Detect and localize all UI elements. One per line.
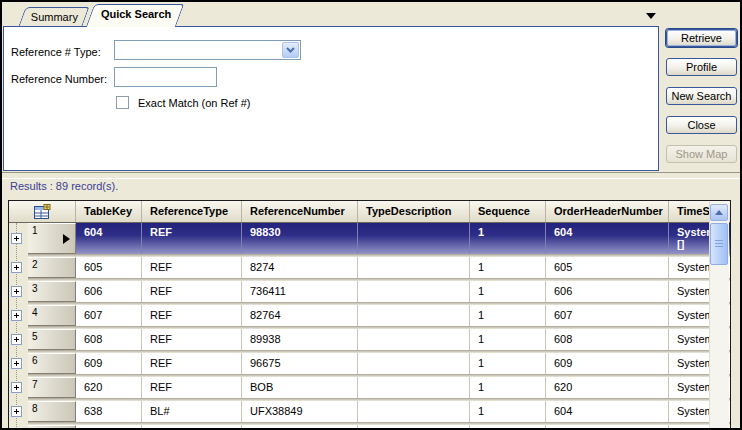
cell-sequence[interactable]: 1 — [470, 305, 546, 326]
cell-referencenumber[interactable]: 82764 — [242, 305, 358, 326]
cell-referencetype[interactable]: REF — [142, 353, 242, 374]
column-header-typedescription[interactable]: TypeDescription — [358, 201, 470, 222]
cell-referencenumber[interactable]: 8274 — [242, 257, 358, 278]
table-row[interactable]: 6609REF966751609System — [9, 353, 730, 374]
cell-tablekey[interactable]: 640 — [76, 425, 142, 430]
cell-sequence[interactable]: 1 — [470, 329, 546, 350]
chevron-down-icon[interactable] — [282, 42, 299, 58]
cell-tablekey[interactable]: 605 — [76, 257, 142, 278]
cell-tablekey[interactable]: 609 — [76, 353, 142, 374]
cell-orderheadernumber[interactable]: 605 — [546, 425, 669, 430]
new-search-button[interactable]: New Search — [666, 87, 737, 105]
plus-expand-icon[interactable] — [11, 406, 22, 417]
row-number[interactable]: 6 — [28, 353, 76, 374]
column-header-referencetype[interactable]: ReferenceType — [142, 201, 242, 222]
cell-referencetype[interactable]: REF — [142, 223, 242, 254]
row-number[interactable]: 1 — [28, 223, 76, 254]
cell-typedescription[interactable] — [358, 223, 470, 254]
table-row[interactable]: 1604REF988301604System [] — [9, 223, 730, 254]
cell-tablekey[interactable]: 620 — [76, 377, 142, 398]
row-number[interactable]: 7 — [28, 377, 76, 398]
cell-tablekey[interactable]: 607 — [76, 305, 142, 326]
table-row[interactable]: 4607REF827641607System — [9, 305, 730, 326]
table-row[interactable]: 5608REF899381608System — [9, 329, 730, 350]
cell-orderheadernumber[interactable]: 607 — [546, 305, 669, 326]
tab-quick-search[interactable]: Quick Search — [86, 4, 184, 27]
cell-referencetype[interactable]: BL# — [142, 401, 242, 422]
profile-button[interactable]: Profile — [666, 58, 737, 76]
cell-sequence[interactable]: 1 — [470, 257, 546, 278]
cell-sequence[interactable]: 1 — [470, 281, 546, 302]
retrieve-button[interactable]: Retrieve — [666, 29, 737, 47]
cell-orderheadernumber[interactable]: 609 — [546, 353, 669, 374]
select-all-corner[interactable] — [9, 201, 76, 222]
cell-typedescription[interactable] — [358, 425, 470, 430]
cell-referencenumber[interactable]: 89938 — [242, 329, 358, 350]
cell-referencenumber[interactable]: 96675 — [242, 353, 358, 374]
cell-typedescription[interactable] — [358, 401, 470, 422]
row-number[interactable]: 8 — [28, 401, 76, 422]
cell-sequence[interactable]: 1 — [470, 425, 546, 430]
cell-referencetype[interactable]: REF — [142, 257, 242, 278]
cell-tablekey[interactable]: 604 — [76, 223, 142, 254]
row-number[interactable]: 4 — [28, 305, 76, 326]
cell-referencenumber[interactable]: UFX38849 — [242, 401, 358, 422]
plus-expand-icon[interactable] — [11, 358, 22, 369]
cell-referencenumber[interactable]: 736411 — [242, 281, 358, 302]
cell-orderheadernumber[interactable]: 604 — [546, 223, 669, 254]
cell-orderheadernumber[interactable]: 604 — [546, 401, 669, 422]
close-button[interactable]: Close — [666, 116, 737, 134]
plus-expand-icon[interactable] — [11, 310, 22, 321]
cell-typedescription[interactable] — [358, 257, 470, 278]
cell-typedescription[interactable] — [358, 329, 470, 350]
row-number[interactable]: 2 — [28, 257, 76, 278]
cell-typedescription[interactable] — [358, 281, 470, 302]
cell-sequence[interactable]: 1 — [470, 401, 546, 422]
scrollbar-up-button[interactable] — [710, 204, 728, 221]
cell-tablekey[interactable]: 638 — [76, 401, 142, 422]
table-row[interactable]: 9640BL#9837741605System — [9, 425, 730, 430]
cell-sequence[interactable]: 1 — [470, 377, 546, 398]
table-row[interactable]: 8638BL#UFX388491604System — [9, 401, 730, 422]
reference-number-input[interactable] — [114, 67, 217, 87]
cell-tablekey[interactable]: 608 — [76, 329, 142, 350]
cell-typedescription[interactable] — [358, 377, 470, 398]
cell-orderheadernumber[interactable]: 620 — [546, 377, 669, 398]
plus-expand-icon[interactable] — [11, 382, 22, 393]
cell-referencenumber[interactable]: 98830 — [242, 223, 358, 254]
scrollbar-thumb[interactable] — [710, 223, 728, 265]
cell-referencetype[interactable]: REF — [142, 329, 242, 350]
cell-sequence[interactable]: 1 — [470, 223, 546, 254]
plus-expand-icon[interactable] — [11, 233, 22, 244]
plus-expand-icon[interactable] — [11, 262, 22, 273]
column-header-sequence[interactable]: Sequence — [470, 201, 546, 222]
cell-referencetype[interactable]: REF — [142, 305, 242, 326]
table-row[interactable]: 2605REF82741605System — [9, 257, 730, 278]
cell-referencenumber[interactable]: BOB — [242, 377, 358, 398]
plus-expand-icon[interactable] — [11, 334, 22, 345]
plus-expand-icon[interactable] — [11, 286, 22, 297]
cell-typedescription[interactable] — [358, 305, 470, 326]
row-number[interactable]: 9 — [28, 425, 76, 430]
column-header-referencenumber[interactable]: ReferenceNumber — [242, 201, 358, 222]
cell-typedescription[interactable] — [358, 353, 470, 374]
column-header-tablekey[interactable]: TableKey — [76, 201, 142, 222]
cell-referencenumber[interactable]: 983774 — [242, 425, 358, 430]
cell-referencetype[interactable]: BL# — [142, 425, 242, 430]
table-row[interactable]: 3606REF7364111606System — [9, 281, 730, 302]
cell-referencetype[interactable]: REF — [142, 281, 242, 302]
row-number[interactable]: 3 — [28, 281, 76, 302]
row-number[interactable]: 5 — [28, 329, 76, 350]
dropdown-arrow-icon[interactable] — [646, 13, 656, 19]
cell-orderheadernumber[interactable]: 605 — [546, 257, 669, 278]
cell-tablekey[interactable]: 606 — [76, 281, 142, 302]
cell-orderheadernumber[interactable]: 606 — [546, 281, 669, 302]
tab-summary[interactable]: Summary — [19, 7, 90, 26]
vertical-scrollbar[interactable] — [709, 202, 729, 430]
cell-orderheadernumber[interactable]: 608 — [546, 329, 669, 350]
exact-match-checkbox[interactable] — [116, 96, 129, 109]
table-row[interactable]: 7620REFBOB1620System — [9, 377, 730, 398]
reference-type-select[interactable] — [114, 40, 301, 60]
column-header-orderheadernumber[interactable]: OrderHeaderNumber — [546, 201, 669, 222]
cell-sequence[interactable]: 1 — [470, 353, 546, 374]
